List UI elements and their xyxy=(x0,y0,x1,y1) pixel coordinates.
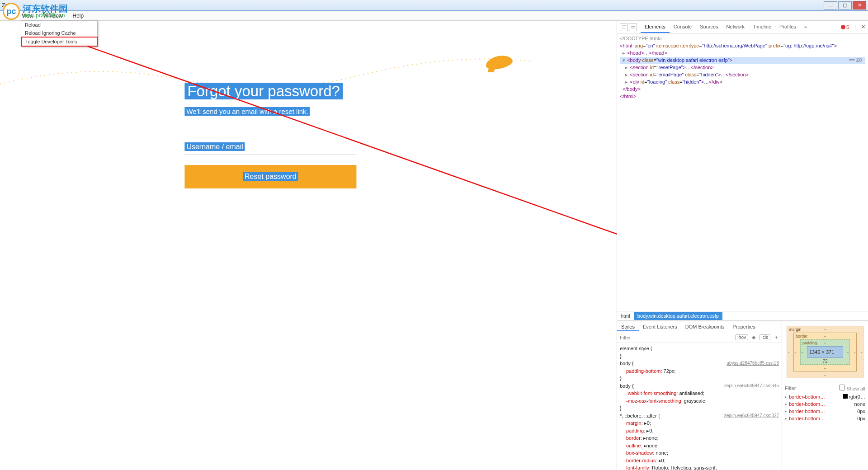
elements-tree[interactable]: <!DOCTYPE html> <html lang="en" itemscop… xyxy=(617,33,868,311)
minimize-button[interactable]: — xyxy=(824,1,837,9)
tab-network[interactable]: Network xyxy=(722,21,749,33)
box-model: margin - - - - border - - - - padding xyxy=(782,321,868,383)
device-mode-icon[interactable]: ▭ xyxy=(629,23,637,31)
reset-password-button-label: Reset password xyxy=(243,172,298,181)
page-subtitle: We'll send you an email with a reset lin… xyxy=(184,107,310,116)
new-rule-icon[interactable]: ＋ xyxy=(774,334,779,341)
styles-subtabs: Styles Event Listeners DOM Breakpoints P… xyxy=(617,321,782,332)
dom-section-email[interactable]: ▸<section id="emailPage" class="hidden">… xyxy=(620,71,865,79)
watermark-logo: pc 河东软件园 www.pc0359.cn xyxy=(0,0,99,23)
subtab-styles[interactable]: Styles xyxy=(617,322,639,331)
computed-row[interactable]: ▸border-bottom…none xyxy=(782,400,868,408)
window-titlebar: Zeplin — ▢ ✕ xyxy=(0,0,868,11)
css-rule[interactable]: body {zeplin.ea6c645947.css:345-webkit-f… xyxy=(620,382,779,412)
reset-password-button[interactable]: Reset password xyxy=(184,165,356,188)
dom-body-selected[interactable]: ▾<body class="win desktop safari electro… xyxy=(620,57,865,64)
error-dot-icon xyxy=(841,25,845,29)
maximize-button[interactable]: ▢ xyxy=(838,1,852,9)
computed-row[interactable]: ▸border-bottom…0px xyxy=(782,408,868,415)
logo-badge: pc xyxy=(3,3,20,20)
dom-doctype: <!DOCTYPE html> xyxy=(620,35,865,42)
hov-toggle[interactable]: :hov xyxy=(735,334,748,340)
tab-timeline[interactable]: Timeline xyxy=(749,21,775,33)
bm-border-label: border xyxy=(796,334,807,338)
dom-body-close: </body> xyxy=(620,86,865,93)
subtab-properties[interactable]: Properties xyxy=(729,322,760,331)
css-rule[interactable]: element.style {} xyxy=(620,345,779,360)
field-label: Username / email xyxy=(184,142,245,151)
dom-html-close: </html> xyxy=(620,93,865,100)
view-dropdown: Reload Reload Ignoring Cache Toggle Deve… xyxy=(21,20,98,47)
dom-html-open: <html lang="en" itemscope itemtype="http… xyxy=(620,42,865,50)
cls-toggle[interactable]: .cls xyxy=(759,334,770,340)
blimp-icon xyxy=(486,56,517,74)
styles-filter-label[interactable]: Filter xyxy=(620,335,631,340)
menu-item-toggle-devtools[interactable]: Toggle Developer Tools xyxy=(21,37,98,47)
styles-rules[interactable]: element.style {}body {abyss.d28476bc85.c… xyxy=(617,343,782,470)
menu-item-reload-ignoring-cache[interactable]: Reload Ignoring Cache xyxy=(21,29,97,37)
tab-sources[interactable]: Sources xyxy=(696,21,722,33)
error-count: 5 xyxy=(846,24,849,30)
show-all-toggle[interactable]: Show all xyxy=(839,385,865,391)
bm-content-size: 1346 × 371 xyxy=(807,346,843,358)
tab-profiles[interactable]: Profiles xyxy=(775,21,800,33)
dom-head[interactable]: ▸<head>…</head> xyxy=(620,50,865,57)
crumb-html[interactable]: html xyxy=(617,312,634,320)
error-count-badge[interactable]: 5 xyxy=(841,24,849,30)
reset-password-card: Forgot your password? We'll send you an … xyxy=(184,82,356,188)
styles-filter-row: Filter :hov ◆ .cls ＋ xyxy=(617,332,782,343)
css-rule[interactable]: *, ::before, ::after {zeplin.ea6c645947.… xyxy=(620,412,779,470)
subtab-event-listeners[interactable]: Event Listeners xyxy=(639,322,681,331)
close-button[interactable]: ✕ xyxy=(853,1,866,9)
tabs-overflow-icon[interactable]: » xyxy=(800,21,811,33)
close-devtools-icon[interactable]: ✕ xyxy=(861,24,865,30)
bm-margin-label: margin xyxy=(789,327,802,332)
computed-row[interactable]: ▸border-bottom…0px xyxy=(782,415,868,422)
app-pane: Forgot your password? We'll send you an … xyxy=(0,21,617,470)
crumb-body[interactable]: body.win.desktop.safari.electron.esfp xyxy=(634,312,722,320)
computed-row[interactable]: ▸border-bottom…rgb(0… xyxy=(782,393,868,400)
computed-filter-label[interactable]: Filter xyxy=(785,385,796,391)
color-format-icon[interactable]: ◆ xyxy=(752,334,755,340)
logo-text-cn: 河东软件园 xyxy=(23,4,68,13)
breadcrumb: html body.win.desktop.safari.electron.es… xyxy=(617,311,868,321)
bm-padding-label: padding xyxy=(802,341,817,345)
dom-div-loading[interactable]: ▸<div id="loading" class="hidden">…</div… xyxy=(620,79,865,86)
menubar: View Window Help Reload Reload Ignoring … xyxy=(0,11,868,21)
tab-elements[interactable]: Elements xyxy=(641,21,670,33)
subtab-dom-breakpoints[interactable]: DOM Breakpoints xyxy=(681,322,729,331)
more-icon[interactable]: ⋮ xyxy=(853,24,858,30)
devtools-toolbar: ⬚ ▭ Elements Console Sources Network Tim… xyxy=(617,21,868,33)
inspect-icon[interactable]: ⬚ xyxy=(620,23,628,31)
dom-section-reset[interactable]: ▸<section id="resetPage">…</section> xyxy=(620,64,865,71)
devtools-pane: ⬚ ▭ Elements Console Sources Network Tim… xyxy=(617,21,868,470)
username-email-field[interactable]: Username / email xyxy=(184,143,356,155)
logo-text-url: www.pc0359.cn xyxy=(23,13,68,19)
page-title: Forgot your password? xyxy=(184,83,343,99)
tab-console[interactable]: Console xyxy=(670,21,696,33)
computed-list: Filter Show all ▸border-bottom…rgb(0…▸bo… xyxy=(782,383,868,470)
css-rule[interactable]: body {abyss.d28476bc85.css:18padding-bot… xyxy=(620,360,779,382)
